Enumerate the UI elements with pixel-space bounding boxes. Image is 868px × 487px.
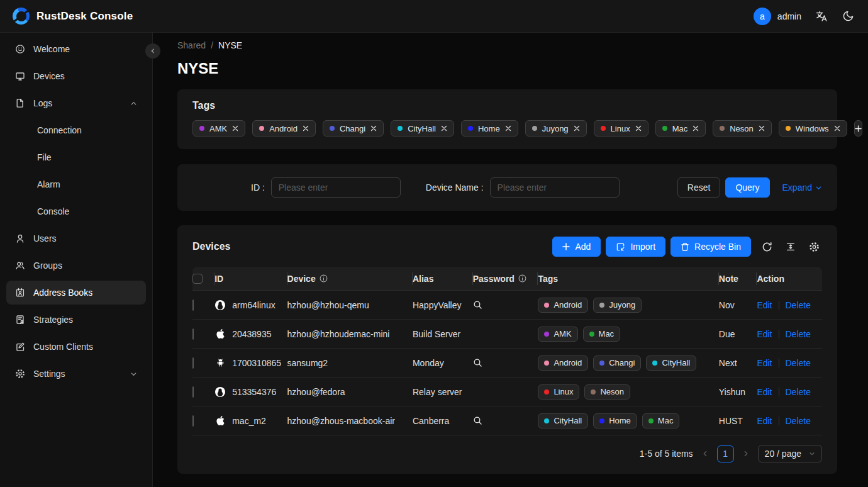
sidebar-item-console[interactable]: Console (6, 199, 146, 223)
row-density-icon[interactable] (783, 239, 798, 254)
id-filter-input[interactable] (271, 177, 401, 198)
sidebar-item-custom-clients[interactable]: Custom Clients (6, 335, 146, 359)
view-password-icon[interactable] (473, 300, 482, 310)
tag-chip[interactable]: Android (252, 120, 316, 137)
sidebar-item-address-books[interactable]: Address Books (6, 281, 146, 305)
tag-chip[interactable]: AMK (192, 120, 245, 137)
avatar[interactable]: a (754, 8, 771, 25)
sidebar-item-welcome[interactable]: Welcome (6, 37, 146, 61)
close-icon[interactable] (505, 125, 511, 132)
smiley-icon (15, 44, 25, 54)
tag-chip[interactable]: Neson (713, 120, 772, 137)
close-icon[interactable] (303, 125, 309, 132)
tag-color-dot (720, 126, 725, 131)
tag-chip[interactable]: Home (461, 120, 518, 137)
sidebar-item-file[interactable]: File (6, 145, 146, 169)
device-id: mac_m2 (232, 416, 266, 426)
tag-chip[interactable]: Linux (594, 120, 648, 137)
close-icon[interactable] (635, 125, 642, 132)
add-device-button[interactable]: Add (552, 237, 601, 257)
view-password-icon[interactable] (473, 358, 482, 367)
edit-link[interactable]: Edit (757, 387, 772, 397)
delete-link[interactable]: Delete (786, 300, 811, 310)
sidebar-item-connection[interactable]: Connection (6, 118, 146, 142)
close-icon[interactable] (693, 125, 699, 132)
device-alias: Monday (413, 358, 473, 368)
tag-chip[interactable]: CityHall (391, 120, 454, 137)
edit-link[interactable]: Edit (757, 416, 772, 426)
row-checkbox[interactable] (192, 328, 194, 340)
sidebar-collapse-button[interactable] (145, 43, 160, 59)
import-button[interactable]: Import (606, 237, 665, 257)
close-icon[interactable] (441, 125, 447, 132)
next-page-icon[interactable] (742, 450, 750, 457)
sidebar-item-strategies[interactable]: Strategies (6, 308, 146, 332)
info-icon[interactable] (320, 274, 328, 283)
sidebar-item-settings[interactable]: Settings (6, 362, 146, 386)
device-name: hzhou@hzhou-qemu (287, 300, 413, 310)
tag-chip[interactable]: Juyong (525, 120, 587, 137)
breadcrumb-parent[interactable]: Shared (177, 40, 206, 50)
page-size-select[interactable]: 20 / page (758, 445, 822, 462)
tag-chip[interactable]: Mac (655, 120, 706, 137)
page-number-current[interactable]: 1 (717, 445, 734, 462)
tag-label: AMK (209, 124, 227, 133)
row-checkbox[interactable] (192, 357, 194, 369)
language-icon[interactable] (814, 9, 828, 23)
expand-label: Expand (782, 182, 812, 193)
row-checkbox[interactable] (192, 299, 194, 311)
expand-toggle[interactable]: Expand (782, 182, 822, 193)
action-divider (779, 388, 779, 396)
row-checkbox[interactable] (192, 415, 194, 427)
delete-link[interactable]: Delete (786, 329, 811, 339)
delete-link[interactable]: Delete (786, 416, 811, 426)
close-icon[interactable] (232, 125, 238, 132)
delete-link[interactable]: Delete (786, 387, 811, 397)
recycle-bin-button[interactable]: Recycle Bin (670, 237, 751, 257)
prev-page-icon[interactable] (701, 450, 709, 457)
plus-icon (855, 125, 862, 132)
sidebar-item-label: Custom Clients (33, 342, 93, 352)
select-all-checkbox[interactable] (192, 274, 203, 284)
close-icon[interactable] (370, 125, 377, 132)
tag-label: Changi (340, 124, 365, 133)
edit-link[interactable]: Edit (757, 300, 772, 310)
tags-row: AMK Android Changi CityHall Home (192, 120, 822, 137)
view-password-icon[interactable] (473, 416, 482, 425)
query-button[interactable]: Query (725, 177, 769, 198)
dark-mode-moon-icon[interactable] (841, 9, 855, 23)
edit-link[interactable]: Edit (757, 358, 772, 368)
row-checkbox[interactable] (192, 386, 194, 398)
edit-link[interactable]: Edit (757, 329, 772, 339)
close-icon[interactable] (759, 125, 765, 132)
device-id: 1700310865 (232, 358, 281, 368)
tag-chip: AMK (538, 327, 577, 342)
table-header-row: ID Device Alias Password Tags Note Actio… (192, 267, 822, 291)
col-header-action: Action (757, 274, 822, 284)
device-name-filter-input[interactable] (490, 177, 620, 198)
delete-link[interactable]: Delete (786, 358, 811, 368)
add-tag-button[interactable] (854, 120, 862, 137)
sidebar-item-devices[interactable]: Devices (6, 64, 146, 88)
info-icon[interactable] (518, 274, 526, 283)
device-alias: Relay server (413, 387, 473, 397)
tag-chip: Changi (593, 355, 641, 371)
sidebar-item-label: Strategies (33, 315, 73, 325)
reset-button[interactable]: Reset (677, 177, 721, 198)
table-settings-gear-icon[interactable] (806, 239, 822, 255)
monitor-icon (15, 71, 25, 81)
sidebar-item-users[interactable]: Users (6, 227, 146, 250)
chevron-down-icon (815, 184, 822, 191)
close-icon[interactable] (834, 125, 840, 132)
sidebar-item-alarm[interactable]: Alarm (6, 172, 146, 196)
tag-chip[interactable]: Windows (779, 120, 847, 137)
user-menu[interactable]: a admin (754, 8, 801, 25)
sidebar-item-logs[interactable]: Logs (6, 91, 146, 115)
apple-icon (214, 328, 226, 339)
tag-label: Windows (796, 124, 829, 133)
tag-chip[interactable]: Changi (323, 120, 384, 137)
sidebar-item-label: Console (37, 206, 69, 216)
sidebar-item-groups[interactable]: Groups (6, 254, 146, 277)
close-icon[interactable] (574, 125, 580, 132)
refresh-icon[interactable] (759, 239, 775, 255)
